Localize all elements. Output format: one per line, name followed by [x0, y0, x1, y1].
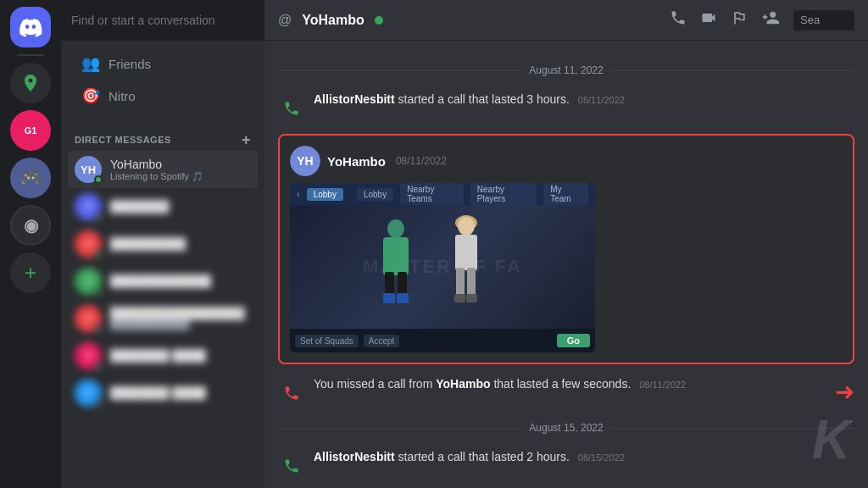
svg-rect-10 [455, 235, 477, 270]
guild-avatar-3[interactable]: ◉ [10, 205, 51, 246]
status-dot-2 [94, 250, 103, 258]
icon-bar-divider [17, 54, 44, 56]
call-message-2-text: AllistorNesbitt started a call that last… [314, 450, 625, 463]
svg-point-9 [458, 217, 475, 236]
dm-section-label: DIRECT MESSAGES [75, 135, 171, 145]
video-icon[interactable] [700, 9, 717, 30]
svg-rect-14 [466, 294, 477, 302]
highlight-message-box: YH YoHambo 08/11/2022 ‹ Lobby Lobby Near… [278, 134, 854, 364]
at-symbol: @ [278, 13, 292, 28]
red-arrow-indicator: ➜ [835, 378, 854, 406]
set-squads-button[interactable]: Set of Squads [295, 335, 359, 347]
pin-icon[interactable] [731, 9, 748, 30]
svg-rect-6 [383, 293, 395, 303]
friends-label: Friends [108, 57, 151, 71]
explore-button[interactable] [10, 63, 51, 103]
dm-name-blurred-5: ███████ ████ [110, 349, 251, 363]
dm-list-item-blurred-4[interactable]: ? ████████████████ ████████████ [68, 300, 258, 337]
call-timestamp-2: 08/15/2022 [578, 452, 625, 463]
avatar-blurred-5: ? [75, 342, 102, 369]
game-footer-bar: Set of Squads Accept Go [290, 329, 595, 352]
call-message-1-content: AllistorNesbitt started a call that last… [314, 92, 854, 108]
dm-add-button[interactable]: + [242, 132, 251, 147]
discord-home-button[interactable] [10, 7, 51, 47]
search-input[interactable] [71, 14, 254, 27]
nearby-players-tab[interactable]: Nearby Players [470, 183, 537, 205]
avatar-blurred-4: ? [75, 305, 102, 332]
missed-call-icon [278, 380, 305, 407]
status-dot-1 [94, 213, 103, 221]
dm-list-item-blurred-2[interactable]: ? █████████ [68, 225, 258, 263]
my-team-tab[interactable]: My Team [543, 183, 588, 205]
avatar-blurred-1: ? [75, 193, 102, 220]
call-message-2-content: AllistorNesbitt started a call that last… [314, 449, 854, 466]
call-message-2: AllistorNesbitt started a call that last… [278, 447, 854, 481]
search-box[interactable]: Sea [793, 10, 854, 30]
add-member-icon[interactable] [761, 8, 780, 31]
online-status-indicator [375, 16, 383, 25]
dm-list-item-yohambo[interactable]: YH YoHambo Listening to Spotify 🎵 [68, 151, 258, 188]
guild-avatar-1[interactable]: G1 [10, 110, 51, 151]
call-message-1: AllistorNesbitt started a call that last… [278, 90, 854, 124]
dm-subtext-yohambo: Listening to Spotify 🎵 [110, 171, 251, 182]
status-dot-4 [94, 324, 103, 333]
lobby-tab[interactable]: Lobby [307, 188, 343, 201]
nitro-icon: 🎯 [81, 86, 100, 105]
svg-rect-11 [456, 268, 465, 297]
date-divider-aug15: August 15, 2022 [278, 422, 854, 434]
chat-main: @ YoHambo [264, 0, 868, 488]
accept-button[interactable]: Accept [364, 335, 400, 347]
friends-icon: 👥 [81, 54, 100, 73]
svg-rect-7 [397, 293, 409, 303]
game-header-bar: ‹ Lobby Lobby Nearby Teams Nearby Player… [290, 183, 595, 205]
dm-name-blurred-3: ████████████ [110, 274, 251, 288]
call-sender-2: AllistorNesbitt [314, 450, 395, 463]
avatar-blurred-3: ? [75, 268, 102, 295]
call-icon[interactable] [670, 9, 687, 30]
character-2 [445, 214, 487, 312]
nitro-nav-item[interactable]: 🎯 Nitro [68, 80, 258, 112]
game-screenshot: ‹ Lobby Lobby Nearby Teams Nearby Player… [290, 183, 595, 352]
missed-call-from: YoHambo [436, 377, 490, 391]
dm-list-item-blurred-6[interactable]: ? ███████ ████ [68, 374, 258, 412]
guild-avatar-2[interactable]: 🎮 [10, 158, 51, 198]
dm-sidebar: 👥 Friends 🎯 Nitro DIRECT MESSAGES + YH Y… [61, 0, 264, 488]
call-message-1-text: AllistorNesbitt started a call that last… [314, 92, 625, 106]
search-label: Sea [800, 14, 820, 26]
dm-name-blurred-2: █████████ [110, 237, 251, 251]
dm-section-header: DIRECT MESSAGES + [61, 119, 264, 151]
friends-nav-item[interactable]: 👥 Friends [68, 47, 258, 80]
highlight-avatar: YH [290, 146, 320, 176]
avatar-blurred-6: ? [75, 380, 102, 407]
chat-messages: August 11, 2022 AllistorNesbitt started … [264, 41, 868, 488]
call-timestamp-1: 08/11/2022 [578, 95, 625, 105]
dm-list-item-blurred-5[interactable]: ? ███████ ████ [68, 337, 258, 374]
back-arrow-icon: ‹ [297, 189, 300, 199]
status-dot-3 [94, 287, 103, 296]
nearby-teams-tab[interactable]: Nearby Teams [400, 183, 464, 205]
search-bar[interactable] [61, 0, 264, 41]
status-dot-6 [94, 399, 103, 408]
game-body: MASTER OF FA [290, 205, 595, 329]
dm-subtext-blurred-4: ████████████ [110, 320, 251, 330]
dm-list: YH YoHambo Listening to Spotify 🎵 ? ████… [61, 151, 264, 488]
nitro-label: Nitro [108, 89, 136, 103]
chat-header-username: YoHambo [302, 13, 364, 28]
call-sender-1: AllistorNesbitt [314, 92, 395, 106]
dm-list-item-blurred-1[interactable]: ? ███████ [68, 188, 258, 225]
missed-call-message: You missed a call from YoHambo that last… [278, 374, 828, 408]
lobby-tab2[interactable]: Lobby [357, 188, 393, 201]
dm-list-item-blurred-3[interactable]: ? ████████████ [68, 263, 258, 300]
missed-call-text: You missed a call from YoHambo that last… [314, 377, 686, 391]
dm-list-info-yohambo: YoHambo Listening to Spotify 🎵 [110, 158, 251, 182]
avatar-yohambo: YH [75, 156, 102, 183]
highlight-sender-name: YoHambo [327, 154, 386, 169]
dm-name-blurred-1: ███████ [110, 200, 251, 214]
dm-name-blurred-6: ███████ ████ [110, 386, 251, 400]
go-button[interactable]: Go [557, 334, 590, 347]
svg-text:G1: G1 [25, 125, 37, 136]
avatar-blurred-2: ? [75, 230, 102, 258]
status-dot-5 [94, 362, 103, 370]
add-server-button[interactable]: + [10, 252, 51, 293]
plus-icon: + [25, 261, 36, 285]
